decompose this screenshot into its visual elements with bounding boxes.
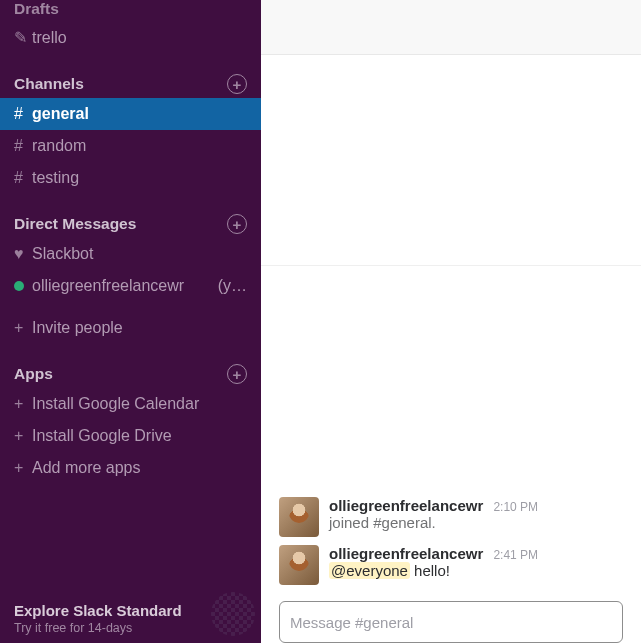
apps-header: Apps +: [0, 354, 261, 388]
dm-item-slackbot[interactable]: ♥ Slackbot: [0, 238, 261, 270]
channel-item-random[interactable]: # random: [0, 130, 261, 162]
main: olliegreenfreelancewr 2:10 PM joined #ge…: [261, 0, 641, 643]
presence-dot-icon: [14, 272, 32, 300]
mention[interactable]: @everyone: [329, 562, 410, 579]
add-app-icon[interactable]: +: [227, 364, 247, 384]
message-time: 2:10 PM: [493, 500, 538, 514]
message-area: olliegreenfreelancewr 2:10 PM joined #ge…: [261, 265, 641, 643]
explore-banner[interactable]: Explore Slack Standard Try it free for 1…: [0, 592, 261, 643]
composer-box[interactable]: [279, 601, 623, 643]
plus-icon: +: [14, 422, 32, 450]
message-body: joined #general.: [329, 514, 623, 531]
drafts-header: Drafts: [0, 0, 261, 22]
channels-header: Channels +: [0, 64, 261, 98]
checker-icon: [211, 592, 255, 636]
plus-icon: +: [14, 454, 32, 482]
app-label: Install Google Calendar: [32, 390, 247, 418]
sidebar: Drafts ✎ trello Channels + # general # r…: [0, 0, 261, 643]
message-sender[interactable]: olliegreenfreelancewr: [329, 545, 483, 562]
draft-item[interactable]: ✎ trello: [0, 22, 261, 54]
invite-people[interactable]: + Invite people: [0, 312, 261, 344]
channel-item-testing[interactable]: # testing: [0, 162, 261, 194]
channel-label: testing: [32, 164, 247, 192]
hash-icon: #: [14, 132, 32, 160]
avatar[interactable]: [279, 545, 319, 585]
dm-label: Slackbot: [32, 240, 247, 268]
channel-label: random: [32, 132, 247, 160]
drafts-section: Drafts ✎ trello: [0, 0, 261, 64]
dm-label: olliegreenfreelancewr: [32, 272, 212, 300]
draft-item-label: trello: [32, 24, 247, 52]
pencil-icon: ✎: [14, 24, 32, 52]
channels-title: Channels: [14, 75, 84, 93]
message-content: olliegreenfreelancewr 2:41 PM @everyone …: [329, 545, 623, 585]
apps-section: Apps + + Install Google Calendar + Insta…: [0, 354, 261, 494]
message-content: olliegreenfreelancewr 2:10 PM joined #ge…: [329, 497, 623, 537]
invite-label: Invite people: [32, 314, 247, 342]
add-dm-icon[interactable]: +: [227, 214, 247, 234]
channel-header: [261, 0, 641, 55]
apps-title: Apps: [14, 365, 53, 383]
channel-item-general[interactable]: # general: [0, 98, 261, 130]
drafts-title: Drafts: [14, 0, 59, 18]
app-label: Install Google Drive: [32, 422, 247, 450]
dms-title: Direct Messages: [14, 215, 136, 233]
messages-list: olliegreenfreelancewr 2:10 PM joined #ge…: [261, 487, 641, 591]
dms-section: Direct Messages + ♥ Slackbot olliegreenf…: [0, 204, 261, 354]
message-sender[interactable]: olliegreenfreelancewr: [329, 497, 483, 514]
message-body: @everyone hello!: [329, 562, 623, 579]
message-time: 2:41 PM: [493, 548, 538, 562]
add-channel-icon[interactable]: +: [227, 74, 247, 94]
channels-section: Channels + # general # random # testing: [0, 64, 261, 204]
avatar[interactable]: [279, 497, 319, 537]
dm-suffix: (y…: [218, 272, 247, 300]
message-text: hello!: [410, 562, 450, 579]
plus-icon: +: [14, 314, 32, 342]
plus-icon: +: [14, 390, 32, 418]
hash-icon: #: [14, 164, 32, 192]
channel-label: general: [32, 100, 247, 128]
app-item[interactable]: + Install Google Drive: [0, 420, 261, 452]
app-item[interactable]: + Install Google Calendar: [0, 388, 261, 420]
app-label: Add more apps: [32, 454, 247, 482]
dm-item-user[interactable]: olliegreenfreelancewr (y…: [0, 270, 261, 302]
heart-icon: ♥: [14, 240, 32, 268]
message: olliegreenfreelancewr 2:41 PM @everyone …: [261, 541, 641, 589]
dms-header: Direct Messages +: [0, 204, 261, 238]
hash-icon: #: [14, 100, 32, 128]
composer: [261, 591, 641, 643]
app-item[interactable]: + Add more apps: [0, 452, 261, 484]
message-input[interactable]: [290, 614, 612, 631]
message: olliegreenfreelancewr 2:10 PM joined #ge…: [261, 493, 641, 541]
